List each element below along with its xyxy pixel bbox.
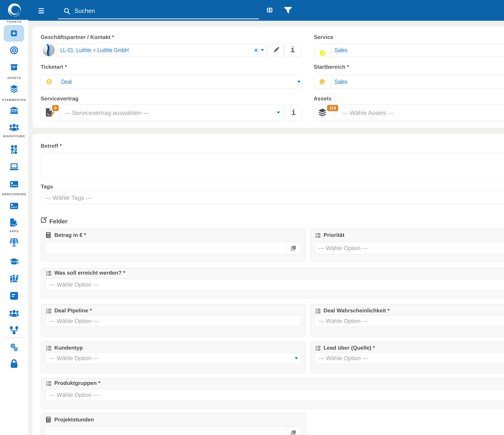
svg-text:2: 2 bbox=[315, 235, 317, 238]
svg-text:1: 1 bbox=[46, 345, 48, 348]
svg-text:2: 2 bbox=[315, 348, 317, 350]
svg-text:2: 2 bbox=[46, 383, 48, 386]
svg-text:$: $ bbox=[48, 80, 50, 84]
svg-text:2: 2 bbox=[315, 311, 317, 313]
svg-text:1: 1 bbox=[46, 308, 48, 311]
svg-text:1: 1 bbox=[315, 345, 317, 348]
svg-text:1: 1 bbox=[46, 270, 48, 273]
svg-text:2: 2 bbox=[46, 273, 48, 276]
svg-text:$: $ bbox=[321, 51, 323, 55]
svg-text:2: 2 bbox=[46, 348, 48, 350]
svg-text:1: 1 bbox=[315, 308, 317, 311]
svg-text:1: 1 bbox=[315, 233, 317, 235]
svg-text:1: 1 bbox=[46, 381, 48, 384]
svg-text:2: 2 bbox=[46, 311, 48, 313]
